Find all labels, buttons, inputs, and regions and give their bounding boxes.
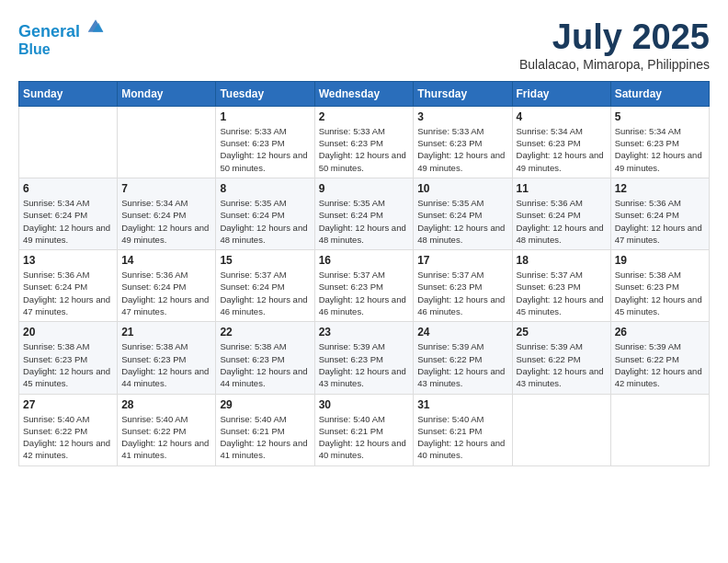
day-info: Sunrise: 5:33 AM Sunset: 6:23 PM Dayligh… [417, 125, 507, 174]
day-number: 15 [220, 254, 310, 267]
day-of-week-header: Saturday [610, 81, 709, 106]
day-number: 4 [517, 110, 607, 123]
calendar-cell: 19Sunrise: 5:38 AM Sunset: 6:23 PM Dayli… [610, 250, 709, 322]
day-number: 29 [220, 398, 310, 411]
calendar-cell: 12Sunrise: 5:36 AM Sunset: 6:24 PM Dayli… [610, 178, 709, 249]
calendar-cell: 24Sunrise: 5:39 AM Sunset: 6:22 PM Dayli… [414, 322, 512, 394]
calendar-week-row: 20Sunrise: 5:38 AM Sunset: 6:23 PM Dayli… [19, 322, 710, 394]
month-title: July 2025 [519, 18, 710, 57]
calendar-cell [610, 394, 709, 465]
calendar-cell: 25Sunrise: 5:39 AM Sunset: 6:22 PM Dayli… [512, 322, 610, 394]
day-info: Sunrise: 5:34 AM Sunset: 6:24 PM Dayligh… [23, 197, 113, 246]
day-number: 8 [220, 182, 310, 195]
day-info: Sunrise: 5:40 AM Sunset: 6:21 PM Dayligh… [417, 413, 507, 462]
day-number: 30 [319, 398, 410, 411]
calendar-cell [19, 106, 118, 178]
day-info: Sunrise: 5:39 AM Sunset: 6:22 PM Dayligh… [517, 340, 607, 389]
day-number: 20 [23, 326, 113, 339]
logo: General Blue [18, 18, 105, 57]
calendar-week-row: 13Sunrise: 5:36 AM Sunset: 6:24 PM Dayli… [19, 250, 710, 322]
calendar-cell: 21Sunrise: 5:38 AM Sunset: 6:23 PM Dayli… [118, 322, 216, 394]
calendar-table: SundayMondayTuesdayWednesdayThursdayFrid… [18, 81, 710, 466]
day-number: 25 [517, 326, 607, 339]
day-info: Sunrise: 5:38 AM Sunset: 6:23 PM Dayligh… [220, 340, 310, 389]
day-number: 7 [121, 182, 211, 195]
calendar-cell: 1Sunrise: 5:33 AM Sunset: 6:23 PM Daylig… [216, 106, 314, 178]
day-of-week-header: Sunday [19, 81, 118, 106]
day-number: 17 [417, 254, 507, 267]
day-info: Sunrise: 5:36 AM Sunset: 6:24 PM Dayligh… [121, 269, 211, 317]
calendar-cell: 5Sunrise: 5:34 AM Sunset: 6:23 PM Daylig… [610, 106, 709, 178]
day-number: 11 [517, 182, 607, 195]
day-number: 3 [417, 110, 507, 123]
day-info: Sunrise: 5:36 AM Sunset: 6:24 PM Dayligh… [615, 197, 705, 246]
day-number: 6 [23, 182, 113, 195]
calendar-cell: 23Sunrise: 5:39 AM Sunset: 6:23 PM Dayli… [314, 322, 414, 394]
day-info: Sunrise: 5:34 AM Sunset: 6:23 PM Dayligh… [615, 125, 705, 174]
day-info: Sunrise: 5:33 AM Sunset: 6:23 PM Dayligh… [220, 125, 310, 174]
calendar-cell: 2Sunrise: 5:33 AM Sunset: 6:23 PM Daylig… [314, 106, 414, 178]
calendar-week-row: 27Sunrise: 5:40 AM Sunset: 6:22 PM Dayli… [19, 394, 710, 465]
day-number: 27 [23, 398, 113, 411]
day-number: 26 [615, 326, 705, 339]
day-number: 12 [615, 182, 705, 195]
logo-icon [86, 17, 105, 35]
day-info: Sunrise: 5:38 AM Sunset: 6:23 PM Dayligh… [615, 269, 705, 317]
calendar-week-row: 6Sunrise: 5:34 AM Sunset: 6:24 PM Daylig… [19, 178, 710, 249]
day-number: 1 [220, 110, 310, 123]
title-block: July 2025 Bulalacao, Mimaropa, Philippin… [519, 18, 710, 72]
day-info: Sunrise: 5:34 AM Sunset: 6:24 PM Dayligh… [121, 197, 211, 246]
day-info: Sunrise: 5:40 AM Sunset: 6:22 PM Dayligh… [121, 413, 211, 462]
calendar-cell [118, 106, 216, 178]
day-number: 13 [23, 254, 113, 267]
day-info: Sunrise: 5:38 AM Sunset: 6:23 PM Dayligh… [121, 340, 211, 389]
day-number: 28 [121, 398, 211, 411]
calendar-cell: 6Sunrise: 5:34 AM Sunset: 6:24 PM Daylig… [19, 178, 118, 249]
calendar-week-row: 1Sunrise: 5:33 AM Sunset: 6:23 PM Daylig… [19, 106, 710, 178]
day-info: Sunrise: 5:39 AM Sunset: 6:22 PM Dayligh… [417, 340, 507, 389]
day-info: Sunrise: 5:35 AM Sunset: 6:24 PM Dayligh… [220, 197, 310, 246]
calendar-cell: 9Sunrise: 5:35 AM Sunset: 6:24 PM Daylig… [314, 178, 414, 249]
location: Bulalacao, Mimaropa, Philippines [519, 57, 710, 72]
day-info: Sunrise: 5:36 AM Sunset: 6:24 PM Dayligh… [23, 269, 113, 317]
day-info: Sunrise: 5:40 AM Sunset: 6:22 PM Dayligh… [23, 413, 113, 462]
day-info: Sunrise: 5:39 AM Sunset: 6:23 PM Dayligh… [319, 340, 410, 389]
day-of-week-header: Tuesday [216, 81, 314, 106]
day-info: Sunrise: 5:37 AM Sunset: 6:23 PM Dayligh… [517, 269, 607, 317]
calendar-cell: 20Sunrise: 5:38 AM Sunset: 6:23 PM Dayli… [19, 322, 118, 394]
calendar-cell: 13Sunrise: 5:36 AM Sunset: 6:24 PM Dayli… [19, 250, 118, 322]
calendar-cell: 28Sunrise: 5:40 AM Sunset: 6:22 PM Dayli… [118, 394, 216, 465]
day-number: 9 [319, 182, 410, 195]
day-info: Sunrise: 5:36 AM Sunset: 6:24 PM Dayligh… [517, 197, 607, 246]
day-number: 21 [121, 326, 211, 339]
calendar-cell [512, 394, 610, 465]
day-info: Sunrise: 5:37 AM Sunset: 6:23 PM Dayligh… [319, 269, 410, 317]
day-info: Sunrise: 5:35 AM Sunset: 6:24 PM Dayligh… [417, 197, 507, 246]
day-number: 19 [615, 254, 705, 267]
calendar-cell: 30Sunrise: 5:40 AM Sunset: 6:21 PM Dayli… [314, 394, 414, 465]
day-info: Sunrise: 5:39 AM Sunset: 6:22 PM Dayligh… [615, 340, 705, 389]
calendar-cell: 26Sunrise: 5:39 AM Sunset: 6:22 PM Dayli… [610, 322, 709, 394]
day-number: 23 [319, 326, 410, 339]
calendar-cell: 8Sunrise: 5:35 AM Sunset: 6:24 PM Daylig… [216, 178, 314, 249]
calendar-cell: 29Sunrise: 5:40 AM Sunset: 6:21 PM Dayli… [216, 394, 314, 465]
logo-text-blue: Blue [18, 41, 105, 58]
day-info: Sunrise: 5:34 AM Sunset: 6:23 PM Dayligh… [517, 125, 607, 174]
day-info: Sunrise: 5:40 AM Sunset: 6:21 PM Dayligh… [319, 413, 410, 462]
calendar-header-row: SundayMondayTuesdayWednesdayThursdayFrid… [19, 81, 710, 106]
day-of-week-header: Monday [118, 81, 216, 106]
calendar-cell: 27Sunrise: 5:40 AM Sunset: 6:22 PM Dayli… [19, 394, 118, 465]
calendar-cell: 7Sunrise: 5:34 AM Sunset: 6:24 PM Daylig… [118, 178, 216, 249]
calendar-cell: 15Sunrise: 5:37 AM Sunset: 6:24 PM Dayli… [216, 250, 314, 322]
calendar-cell: 14Sunrise: 5:36 AM Sunset: 6:24 PM Dayli… [118, 250, 216, 322]
day-info: Sunrise: 5:33 AM Sunset: 6:23 PM Dayligh… [319, 125, 410, 174]
calendar-cell: 11Sunrise: 5:36 AM Sunset: 6:24 PM Dayli… [512, 178, 610, 249]
day-info: Sunrise: 5:40 AM Sunset: 6:21 PM Dayligh… [220, 413, 310, 462]
day-info: Sunrise: 5:37 AM Sunset: 6:23 PM Dayligh… [417, 269, 507, 317]
day-number: 5 [615, 110, 705, 123]
day-number: 14 [121, 254, 211, 267]
calendar-cell: 16Sunrise: 5:37 AM Sunset: 6:23 PM Dayli… [314, 250, 414, 322]
calendar-cell: 18Sunrise: 5:37 AM Sunset: 6:23 PM Dayli… [512, 250, 610, 322]
day-number: 18 [517, 254, 607, 267]
day-number: 2 [319, 110, 410, 123]
